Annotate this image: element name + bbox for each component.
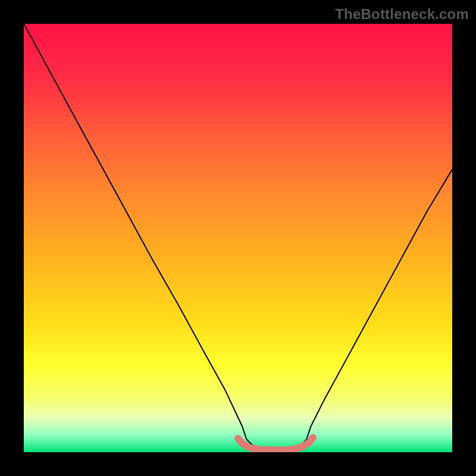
series-bottleneck-curve	[24, 24, 452, 452]
curve-layer	[24, 24, 452, 452]
plot-area	[24, 24, 452, 452]
series-sweet-spot-band	[238, 438, 313, 450]
attribution-watermark: TheBottleneck.com	[335, 6, 469, 23]
chart-frame: TheBottleneck.com	[0, 0, 476, 476]
